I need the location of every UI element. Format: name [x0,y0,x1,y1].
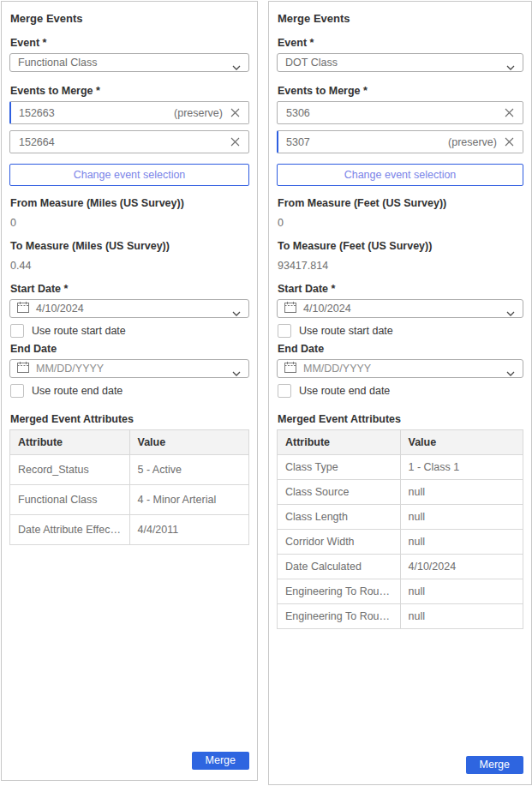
use-route-start-date-label: Use route start date [299,325,393,337]
start-date-label: Start Date * [278,283,523,295]
from-measure-label: From Measure (Miles (US Survey)) [10,197,249,209]
value-cell: 1 - Class 1 [400,455,523,480]
event-label: Event * [278,37,523,49]
value-cell: null [400,480,523,505]
merge-events-panel-left: Merge Events Event * Functional Class Ev… [1,1,258,781]
attribute-cell: Corridor Width [278,530,401,555]
calendar-icon [284,302,296,315]
attribute-cell: Class Source [278,480,401,505]
calendar-icon [17,362,29,375]
chevron-down-icon [506,61,515,73]
end-date-label: End Date [10,343,249,355]
use-route-end-date-label: Use route end date [32,385,123,397]
use-route-end-date-checkbox[interactable] [10,384,24,398]
to-measure-value: 93417.814 [278,260,523,272]
value-cell: null [400,604,523,629]
table-row: Record_Status 5 - Active [10,455,249,485]
table-row: Functional Class 4 - Minor Arterial [10,485,249,515]
chevron-down-icon [506,307,515,319]
attribute-cell: Date Calculated [278,555,401,579]
value-cell: 4 - Minor Arterial [129,485,249,515]
event-id: 152664 [19,136,55,148]
attribute-cell: Class Type [278,455,401,480]
close-icon[interactable] [229,135,242,148]
close-icon[interactable] [503,106,516,119]
use-route-start-date-row: Use route start date [10,324,249,338]
close-icon[interactable] [229,106,242,119]
to-measure-label: To Measure (Miles (US Survey)) [10,240,249,252]
chevron-down-icon [506,367,515,379]
attribute-cell: Functional Class [10,485,130,515]
event-row[interactable]: 152663 (preserve) [9,101,249,124]
events-to-merge-label: Events to Merge * [10,85,249,97]
event-select-value: Functional Class [18,57,97,69]
table-header-row: Attribute Value [278,430,523,455]
value-cell: null [400,579,523,604]
end-date-picker[interactable]: MM/DD/YYYY [9,359,249,378]
use-route-start-date-checkbox[interactable] [278,324,291,338]
attribute-column-header: Attribute [278,430,401,455]
to-measure-label: To Measure (Feet (US Survey)) [278,240,523,252]
merge-button[interactable]: Merge [466,756,523,774]
attribute-cell: Date Attribute Effective [10,515,130,545]
attribute-cell: Engineering To RouteID [278,579,401,604]
chevron-down-icon [232,61,241,73]
preserve-badge: (preserve) [448,136,503,148]
use-route-start-date-row: Use route start date [278,324,523,338]
event-select-value: DOT Class [285,57,338,69]
attribute-column-header: Attribute [10,430,130,455]
table-header-row: Attribute Value [10,430,249,455]
panel-title: Merge Events [278,12,523,25]
end-date-placeholder: MM/DD/YYYY [303,363,371,375]
calendar-icon [17,302,29,315]
events-to-merge-label: Events to Merge * [278,85,523,97]
table-row: Corridor Width null [278,530,523,555]
chevron-down-icon [232,307,241,319]
panel-title: Merge Events [10,12,249,25]
end-date-label: End Date [278,343,523,355]
chevron-down-icon [232,367,241,379]
event-row[interactable]: 5306 [277,101,523,124]
value-column-header: Value [129,430,249,455]
table-row: Date Attribute Effective 4/4/2011 [10,515,249,545]
value-cell: null [400,530,523,555]
value-cell: 5 - Active [129,455,249,485]
event-row[interactable]: 5307 (preserve) [277,130,523,153]
change-event-selection-button[interactable]: Change event selection [277,164,523,186]
table-row: Class Length null [278,505,523,530]
calendar-icon [284,362,296,375]
event-row[interactable]: 152664 [9,130,249,153]
use-route-end-date-row: Use route end date [278,384,523,398]
use-route-end-date-checkbox[interactable] [278,384,291,398]
close-icon[interactable] [503,135,516,148]
event-label: Event * [10,37,249,49]
event-id: 152663 [19,107,55,119]
value-cell: null [400,505,523,530]
value-cell: 4/4/2011 [129,515,249,545]
end-date-picker[interactable]: MM/DD/YYYY [277,359,523,378]
end-date-placeholder: MM/DD/YYYY [36,363,104,375]
from-measure-value: 0 [10,217,249,229]
start-date-picker[interactable]: 4/10/2024 [9,299,249,318]
from-measure-label: From Measure (Feet (US Survey)) [278,197,523,209]
merge-button[interactable]: Merge [192,752,249,770]
start-date-picker[interactable]: 4/10/2024 [277,299,523,318]
value-column-header: Value [400,430,523,455]
start-date-value: 4/10/2024 [303,303,351,315]
preserve-badge: (preserve) [174,107,229,119]
merged-event-attributes-label: Merged Event Attributes [278,413,523,425]
table-row: Date Calculated 4/10/2024 [278,555,523,579]
event-select[interactable]: DOT Class [277,53,523,72]
table-row: Class Type 1 - Class 1 [278,455,523,480]
table-row: Engineering To Route ... null [278,604,523,629]
merge-events-panel-right: Merge Events Event * DOT Class Events to… [268,1,532,785]
use-route-start-date-checkbox[interactable] [10,324,24,338]
event-select[interactable]: Functional Class [9,53,249,72]
table-row: Class Source null [278,480,523,505]
event-id: 5307 [286,136,310,148]
change-event-selection-button[interactable]: Change event selection [9,164,249,186]
attribute-cell: Engineering To Route ... [278,604,401,629]
from-measure-value: 0 [278,217,523,229]
value-cell: 4/10/2024 [400,555,523,579]
table-row: Engineering To RouteID null [278,579,523,604]
